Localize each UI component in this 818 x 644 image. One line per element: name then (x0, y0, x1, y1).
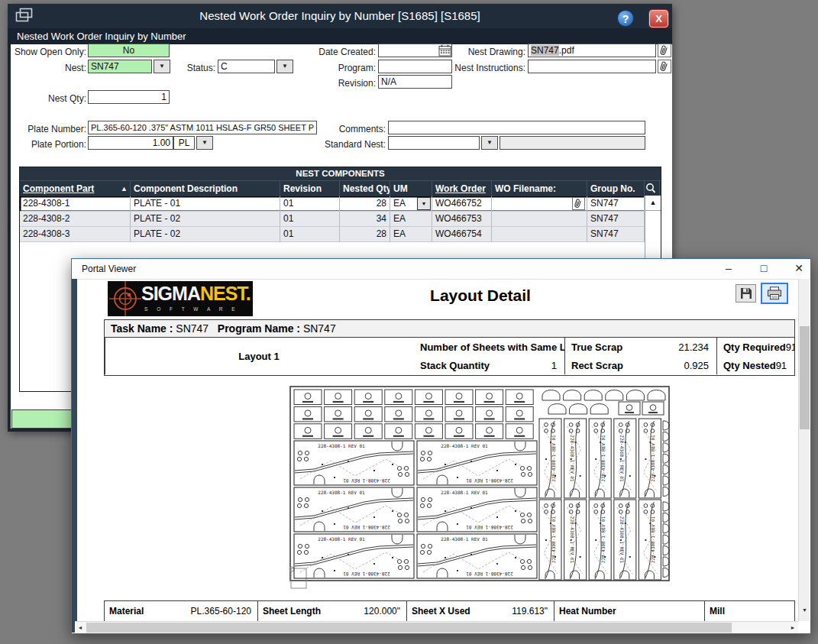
vertical-scrollbar[interactable]: ▼ (798, 279, 810, 621)
nest-instructions-field[interactable] (528, 60, 656, 73)
help-button[interactable]: ? (617, 10, 634, 27)
status-field[interactable]: C (218, 60, 275, 73)
portal-title-bar: Portal Viewer – □ ✕ (72, 259, 810, 280)
cell-um[interactable]: EA (390, 227, 432, 242)
footer-sheet-x-used: Sheet X Used119.613" (406, 601, 554, 621)
cell-wo-filename[interactable] (492, 212, 587, 227)
nest-instructions-attach-button[interactable] (658, 60, 671, 73)
horizontal-scrollbar[interactable]: ◄ ► (75, 621, 798, 633)
cell-description[interactable]: PLATE - 01 (131, 196, 280, 212)
date-created-label: Date Created: (298, 45, 376, 59)
plate-number-field[interactable]: PL.365-60-120 .375" ASTM 1011 HSLAS-F GR… (88, 121, 317, 134)
scroll-left-icon[interactable]: ◄ (75, 622, 86, 633)
col-work-order[interactable]: Work Order (432, 181, 492, 196)
search-icon[interactable] (645, 181, 660, 196)
horizontal-scroll-thumb[interactable] (86, 623, 732, 633)
footer-material: MaterialPL.365-60-120 (105, 601, 257, 621)
minimize-icon[interactable]: – (717, 259, 740, 279)
cell-revision[interactable]: 01 (280, 196, 340, 212)
table-row[interactable]: 228-4308-1 PLATE - 01 01 28 EA▼ WO466752… (20, 196, 661, 212)
report-heading: Layout Detail (354, 286, 606, 305)
col-um[interactable]: UM (390, 181, 432, 196)
svg-text:228-4308-1 REV 01: 228-4308-1 REV 01 (343, 525, 390, 530)
svg-text:228-4308-1 REV 01: 228-4308-1 REV 01 (600, 435, 606, 482)
footer-sheet-length: Sheet Length120.000" (257, 601, 406, 621)
stat-stack-quantity: Stack Quantity1 (414, 356, 564, 374)
paperclip-icon (658, 60, 669, 72)
close-icon[interactable]: ✕ (787, 259, 810, 279)
status-dropdown-button[interactable]: ▼ (276, 60, 293, 73)
cell-work-order[interactable]: WO466753 (432, 212, 492, 227)
cell-nested-qty[interactable]: 28 (340, 227, 390, 242)
program-field[interactable] (378, 60, 452, 73)
revision-field[interactable]: N/A (378, 75, 452, 89)
nest-field[interactable]: SN747 (88, 60, 152, 73)
stat-true-scrap: True Scrap21.234 (564, 338, 716, 356)
cell-wo-filename[interactable] (492, 227, 587, 242)
print-button[interactable] (761, 283, 788, 304)
cell-revision[interactable]: 01 (280, 227, 340, 242)
close-button[interactable]: X (649, 10, 668, 28)
cell-nested-qty[interactable]: 28 (340, 196, 390, 212)
cell-description[interactable]: PLATE - 02 (131, 227, 280, 242)
col-component-description[interactable]: Component Description (131, 181, 280, 196)
svg-text:228-4308-1 REV 01: 228-4308-1 REV 01 (466, 525, 513, 530)
window-title: Nested Work Order Inquiry by Number [S16… (8, 4, 672, 28)
cell-description[interactable]: PLATE - 02 (131, 212, 280, 227)
cell-wo-filename[interactable] (492, 196, 587, 212)
nest-drawing-field[interactable]: SN747.pdf (528, 44, 656, 57)
wo-filename-attach-button[interactable] (572, 197, 585, 210)
cell-revision[interactable]: 01 (280, 212, 340, 227)
col-wo-filename[interactable]: WO Filename: (492, 181, 587, 196)
calendar-icon[interactable] (438, 44, 451, 57)
cell-nested-qty[interactable]: 34 (340, 212, 390, 227)
cell-group-no[interactable]: SN747 (587, 196, 645, 212)
table-header-row: Component Part▲ Component Description Re… (20, 181, 661, 196)
sort-asc-icon: ▲ (121, 181, 128, 196)
save-button[interactable] (736, 284, 756, 303)
scroll-down-icon[interactable]: ▼ (799, 607, 810, 613)
cell-group-no[interactable]: SN747 (587, 227, 645, 242)
target-icon (108, 281, 143, 316)
plate-portion-unit-field[interactable]: PL (173, 136, 195, 150)
scroll-right-icon[interactable]: ► (787, 622, 798, 633)
plate-portion-dropdown-button[interactable]: ▼ (196, 136, 213, 150)
um-dropdown-button[interactable]: ▼ (417, 197, 431, 210)
cell-um[interactable]: EA▼ (390, 196, 432, 212)
cell-group-no[interactable]: SN747 (587, 212, 645, 227)
nest-drawing-label: Nest Drawing: (443, 45, 525, 59)
sheet-info-footer: MaterialPL.365-60-120 Sheet Length120.00… (104, 600, 795, 621)
standard-nest-dropdown-button[interactable]: ▼ (481, 136, 498, 150)
cell-component-part[interactable]: 228-4308-1 (20, 196, 131, 212)
cell-component-part[interactable]: 228-4308-2 (20, 212, 131, 227)
plate-portion-label: Plate Portion: (8, 138, 86, 151)
comments-field[interactable] (388, 121, 645, 134)
col-revision[interactable]: Revision (280, 181, 340, 196)
vertical-scroll-thumb[interactable] (800, 326, 810, 429)
show-open-only-field[interactable]: No (88, 44, 170, 57)
save-icon (740, 287, 752, 299)
nest-drawing-attach-button[interactable] (658, 44, 671, 57)
nest-qty-field[interactable]: 1 (88, 90, 170, 104)
cell-work-order[interactable]: WO466752 (432, 196, 492, 212)
layout-summary: Task Name : SN747 Program Name : SN747 N… (104, 319, 795, 376)
standard-nest-field[interactable] (388, 136, 480, 150)
selected-text: SN747 (531, 45, 559, 56)
plate-portion-field[interactable]: 1.00 (88, 136, 173, 150)
table-row[interactable]: 228-4308-3 PLATE - 02 01 28 EA WO466754 … (20, 227, 661, 242)
svg-text:228-4308-1 REV 01: 228-4308-1 REV 01 (441, 536, 488, 542)
cell-component-part[interactable]: 228-4308-3 (20, 227, 131, 242)
scroll-up-icon[interactable]: ▲ (645, 196, 661, 211)
svg-text:228-4308-1 REV 01: 228-4308-1 REV 01 (551, 435, 556, 482)
svg-text:228-4308-1 REV 01: 228-4308-1 REV 01 (318, 536, 365, 542)
svg-text:228-4308-1 REV 01: 228-4308-1 REV 01 (650, 435, 655, 482)
maximize-icon[interactable]: □ (752, 259, 775, 279)
svg-text:228-4308-1 REV 01: 228-4308-1 REV 01 (466, 478, 513, 484)
cell-um[interactable]: EA (390, 212, 432, 227)
col-component-part[interactable]: Component Part▲ (20, 181, 131, 196)
cell-work-order[interactable]: WO466754 (432, 227, 492, 242)
col-nested-qty[interactable]: Nested Qty (340, 181, 390, 196)
col-group-no[interactable]: Group No. (587, 181, 645, 196)
table-row[interactable]: 228-4308-2 PLATE - 02 01 34 EA WO466753 … (20, 212, 661, 227)
nest-dropdown-button[interactable]: ▼ (154, 60, 170, 73)
